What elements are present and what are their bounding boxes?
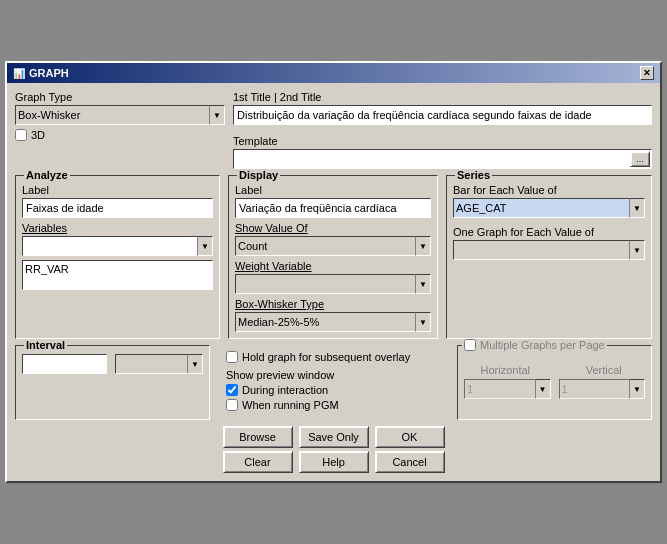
weight-variable-label: Weight Variable bbox=[235, 260, 431, 272]
when-running-pgm-checkbox[interactable] bbox=[226, 399, 238, 411]
titles-input[interactable] bbox=[233, 105, 652, 125]
show-value-select[interactable]: Count bbox=[235, 236, 431, 256]
analyze-variables-listbox[interactable]: RR_VAR bbox=[22, 260, 213, 290]
when-running-pgm-label: When running PGM bbox=[242, 399, 339, 411]
graph-type-select[interactable]: Box-Whisker bbox=[15, 105, 225, 125]
clear-button[interactable]: Clear bbox=[223, 451, 293, 473]
vertical-select[interactable]: 1 bbox=[559, 379, 646, 399]
close-button[interactable]: ✕ bbox=[640, 66, 654, 80]
one-graph-label: One Graph for Each Value of bbox=[453, 226, 645, 238]
interval-to-select[interactable] bbox=[115, 354, 200, 374]
vertical-label: Vertical bbox=[563, 364, 646, 376]
ok-button[interactable]: OK bbox=[375, 426, 445, 448]
bar-for-label: Bar for Each Value of bbox=[453, 184, 645, 196]
horizontal-label: Horizontal bbox=[464, 364, 547, 376]
titles-label: 1st Title | 2nd Title bbox=[233, 91, 652, 103]
one-graph-select[interactable] bbox=[453, 240, 645, 260]
interval-from-input[interactable] bbox=[22, 354, 107, 374]
window-title: GRAPH bbox=[29, 67, 69, 79]
3d-label: 3D bbox=[31, 129, 45, 141]
display-label-input[interactable] bbox=[235, 198, 431, 218]
weight-variable-select[interactable] bbox=[235, 274, 431, 294]
display-group-label: Display bbox=[237, 169, 280, 181]
bar-for-select[interactable]: AGE_CAT bbox=[453, 198, 645, 218]
graph-type-label: Graph Type bbox=[15, 91, 225, 103]
during-interaction-checkbox[interactable] bbox=[226, 384, 238, 396]
hold-graph-label: Hold graph for subsequent overlay bbox=[242, 351, 410, 363]
multiple-graphs-label: Multiple Graphs per Page bbox=[480, 339, 605, 351]
analyze-label-label: Label bbox=[22, 184, 213, 196]
3d-checkbox[interactable] bbox=[15, 129, 27, 141]
horizontal-select[interactable]: 1 bbox=[464, 379, 551, 399]
template-label: Template bbox=[233, 135, 652, 147]
list-item: RR_VAR bbox=[25, 263, 210, 275]
hold-graph-checkbox[interactable] bbox=[226, 351, 238, 363]
analyze-variables-label: Variables bbox=[22, 222, 213, 234]
cancel-button[interactable]: Cancel bbox=[375, 451, 445, 473]
template-browse-button[interactable]: ... bbox=[630, 151, 650, 167]
series-group-label: Series bbox=[455, 169, 492, 181]
save-only-button[interactable]: Save Only bbox=[299, 426, 369, 448]
window-icon: 📊 bbox=[13, 68, 25, 79]
browse-button[interactable]: Browse bbox=[223, 426, 293, 448]
template-input[interactable] bbox=[233, 149, 652, 169]
multiple-graphs-checkbox[interactable] bbox=[464, 339, 476, 351]
show-value-label: Show Value Of bbox=[235, 222, 431, 234]
analyze-variables-select[interactable] bbox=[22, 236, 213, 256]
during-interaction-label: During interaction bbox=[242, 384, 328, 396]
analyze-label-input[interactable] bbox=[22, 198, 213, 218]
box-whisker-type-label: Box-Whisker Type bbox=[235, 298, 431, 310]
title-bar: 📊 GRAPH ✕ bbox=[7, 63, 660, 83]
analyze-group-label: Analyze bbox=[24, 169, 70, 181]
show-preview-label: Show preview window bbox=[226, 369, 441, 381]
main-window: 📊 GRAPH ✕ Graph Type Box-Whisker ▼ 3D bbox=[5, 61, 662, 483]
interval-group-label: Interval bbox=[24, 339, 67, 351]
display-label-label: Label bbox=[235, 184, 431, 196]
help-button[interactable]: Help bbox=[299, 451, 369, 473]
box-whisker-type-select[interactable]: Median-25%-5% bbox=[235, 312, 431, 332]
